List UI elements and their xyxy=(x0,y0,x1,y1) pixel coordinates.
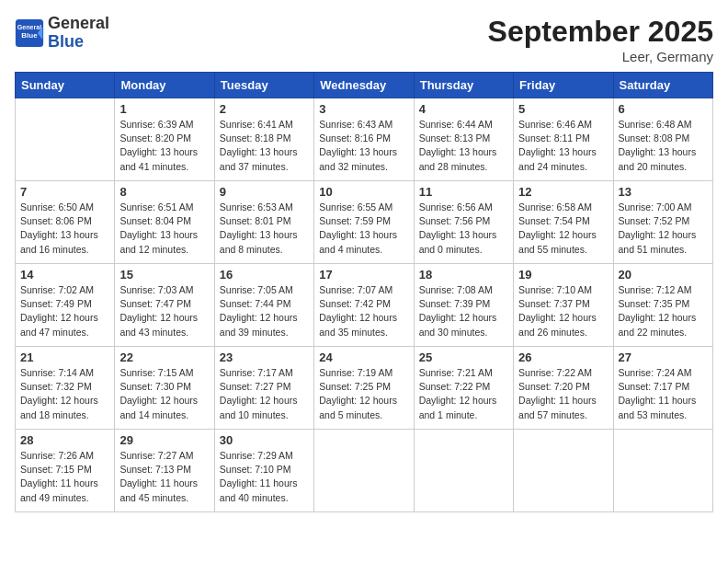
day-number: 25 xyxy=(419,350,508,364)
day-info: Sunrise: 7:17 AMSunset: 7:27 PMDaylight:… xyxy=(220,366,309,422)
calendar-header-row: SundayMondayTuesdayWednesdayThursdayFrid… xyxy=(16,73,713,98)
day-number: 2 xyxy=(220,102,309,116)
day-number: 21 xyxy=(20,350,109,364)
day-number: 16 xyxy=(220,268,309,282)
day-number: 13 xyxy=(619,185,708,199)
day-number: 28 xyxy=(20,433,109,447)
svg-text:Blue: Blue xyxy=(21,31,38,40)
day-number: 5 xyxy=(518,102,608,116)
calendar-cell: 5Sunrise: 6:46 AMSunset: 8:11 PMDaylight… xyxy=(514,98,613,181)
calendar-cell: 2Sunrise: 6:41 AMSunset: 8:18 PMDaylight… xyxy=(214,98,313,181)
calendar-cell: 17Sunrise: 7:07 AMSunset: 7:42 PMDayligh… xyxy=(314,264,414,347)
day-info: Sunrise: 6:50 AMSunset: 8:06 PMDaylight:… xyxy=(20,201,109,257)
day-number: 7 xyxy=(20,185,109,199)
calendar-cell: 3Sunrise: 6:43 AMSunset: 8:16 PMDaylight… xyxy=(314,98,414,181)
calendar-cell: 16Sunrise: 7:05 AMSunset: 7:44 PMDayligh… xyxy=(214,264,313,347)
logo: General Blue General Blue xyxy=(15,15,109,52)
day-info: Sunrise: 7:22 AMSunset: 7:20 PMDaylight:… xyxy=(518,366,608,422)
calendar-cell: 12Sunrise: 6:58 AMSunset: 7:54 PMDayligh… xyxy=(514,181,613,264)
calendar-week-3: 14Sunrise: 7:02 AMSunset: 7:49 PMDayligh… xyxy=(16,264,713,347)
day-info: Sunrise: 7:10 AMSunset: 7:37 PMDaylight:… xyxy=(518,283,608,339)
calendar-cell: 20Sunrise: 7:12 AMSunset: 7:35 PMDayligh… xyxy=(613,264,712,347)
day-number: 24 xyxy=(319,350,408,364)
calendar-cell: 25Sunrise: 7:21 AMSunset: 7:22 PMDayligh… xyxy=(414,347,513,430)
day-info: Sunrise: 7:05 AMSunset: 7:44 PMDaylight:… xyxy=(220,283,309,339)
day-info: Sunrise: 6:44 AMSunset: 8:13 PMDaylight:… xyxy=(419,118,508,174)
day-number: 22 xyxy=(119,350,209,364)
calendar-cell: 22Sunrise: 7:15 AMSunset: 7:30 PMDayligh… xyxy=(115,347,214,430)
day-number: 17 xyxy=(319,268,408,282)
day-info: Sunrise: 7:07 AMSunset: 7:42 PMDaylight:… xyxy=(319,283,408,339)
logo-text: General Blue xyxy=(48,15,109,52)
day-info: Sunrise: 6:51 AMSunset: 8:04 PMDaylight:… xyxy=(119,201,209,257)
day-number: 10 xyxy=(319,185,408,199)
calendar-week-2: 7Sunrise: 6:50 AMSunset: 8:06 PMDaylight… xyxy=(16,181,713,264)
calendar-week-5: 28Sunrise: 7:26 AMSunset: 7:15 PMDayligh… xyxy=(16,430,713,512)
calendar-week-4: 21Sunrise: 7:14 AMSunset: 7:32 PMDayligh… xyxy=(16,347,713,430)
calendar-cell: 27Sunrise: 7:24 AMSunset: 7:17 PMDayligh… xyxy=(613,347,712,430)
day-info: Sunrise: 6:56 AMSunset: 7:56 PMDaylight:… xyxy=(419,201,508,257)
day-number: 19 xyxy=(518,268,608,282)
day-info: Sunrise: 7:14 AMSunset: 7:32 PMDaylight:… xyxy=(20,366,109,422)
weekday-header-wednesday: Wednesday xyxy=(314,73,414,98)
day-number: 15 xyxy=(119,268,209,282)
day-info: Sunrise: 7:12 AMSunset: 7:35 PMDaylight:… xyxy=(619,283,708,339)
calendar-cell: 7Sunrise: 6:50 AMSunset: 8:06 PMDaylight… xyxy=(16,181,115,264)
day-number: 4 xyxy=(419,102,508,116)
day-info: Sunrise: 7:15 AMSunset: 7:30 PMDaylight:… xyxy=(119,366,209,422)
weekday-header-thursday: Thursday xyxy=(414,73,513,98)
day-info: Sunrise: 6:58 AMSunset: 7:54 PMDaylight:… xyxy=(518,201,608,257)
day-info: Sunrise: 6:43 AMSunset: 8:16 PMDaylight:… xyxy=(319,118,408,174)
day-info: Sunrise: 6:41 AMSunset: 8:18 PMDaylight:… xyxy=(220,118,309,174)
day-info: Sunrise: 7:24 AMSunset: 7:17 PMDaylight:… xyxy=(619,366,708,422)
day-number: 26 xyxy=(518,350,608,364)
weekday-header-tuesday: Tuesday xyxy=(214,73,313,98)
day-info: Sunrise: 7:03 AMSunset: 7:47 PMDaylight:… xyxy=(119,283,209,339)
day-info: Sunrise: 7:08 AMSunset: 7:39 PMDaylight:… xyxy=(419,283,508,339)
day-info: Sunrise: 6:48 AMSunset: 8:08 PMDaylight:… xyxy=(619,118,708,174)
day-number: 18 xyxy=(419,268,508,282)
calendar-cell xyxy=(514,430,613,512)
day-number: 30 xyxy=(220,433,309,447)
day-info: Sunrise: 7:02 AMSunset: 7:49 PMDaylight:… xyxy=(20,283,109,339)
calendar-cell: 18Sunrise: 7:08 AMSunset: 7:39 PMDayligh… xyxy=(414,264,513,347)
day-number: 11 xyxy=(419,185,508,199)
calendar-cell: 14Sunrise: 7:02 AMSunset: 7:49 PMDayligh… xyxy=(16,264,115,347)
month-year: September 2025 xyxy=(488,15,713,49)
day-number: 3 xyxy=(319,102,408,116)
calendar-cell: 29Sunrise: 7:27 AMSunset: 7:13 PMDayligh… xyxy=(115,430,214,512)
day-number: 1 xyxy=(119,102,209,116)
day-number: 23 xyxy=(220,350,309,364)
weekday-header-friday: Friday xyxy=(514,73,613,98)
calendar-cell: 30Sunrise: 7:29 AMSunset: 7:10 PMDayligh… xyxy=(214,430,313,512)
calendar-cell: 24Sunrise: 7:19 AMSunset: 7:25 PMDayligh… xyxy=(314,347,414,430)
svg-text:General: General xyxy=(17,23,42,30)
day-number: 14 xyxy=(20,268,109,282)
day-info: Sunrise: 7:19 AMSunset: 7:25 PMDaylight:… xyxy=(319,366,408,422)
day-info: Sunrise: 6:46 AMSunset: 8:11 PMDaylight:… xyxy=(518,118,608,174)
weekday-header-saturday: Saturday xyxy=(613,73,712,98)
calendar-cell: 8Sunrise: 6:51 AMSunset: 8:04 PMDaylight… xyxy=(115,181,214,264)
day-number: 27 xyxy=(619,350,708,364)
calendar-cell: 19Sunrise: 7:10 AMSunset: 7:37 PMDayligh… xyxy=(514,264,613,347)
calendar-cell: 23Sunrise: 7:17 AMSunset: 7:27 PMDayligh… xyxy=(214,347,313,430)
day-number: 9 xyxy=(220,185,309,199)
day-info: Sunrise: 7:27 AMSunset: 7:13 PMDaylight:… xyxy=(119,449,209,505)
calendar-table: SundayMondayTuesdayWednesdayThursdayFrid… xyxy=(15,72,713,512)
calendar-week-1: 1Sunrise: 6:39 AMSunset: 8:20 PMDaylight… xyxy=(16,98,713,181)
page-header: General Blue General Blue September 2025… xyxy=(15,15,713,64)
location: Leer, Germany xyxy=(488,49,713,64)
month-title: September 2025 Leer, Germany xyxy=(488,15,713,64)
day-info: Sunrise: 7:00 AMSunset: 7:52 PMDaylight:… xyxy=(619,201,708,257)
day-number: 29 xyxy=(119,433,209,447)
calendar-cell: 11Sunrise: 6:56 AMSunset: 7:56 PMDayligh… xyxy=(414,181,513,264)
calendar-cell xyxy=(16,98,115,181)
calendar-cell: 1Sunrise: 6:39 AMSunset: 8:20 PMDaylight… xyxy=(115,98,214,181)
day-info: Sunrise: 6:55 AMSunset: 7:59 PMDaylight:… xyxy=(319,201,408,257)
calendar-cell: 6Sunrise: 6:48 AMSunset: 8:08 PMDaylight… xyxy=(613,98,712,181)
day-number: 6 xyxy=(619,102,708,116)
weekday-header-monday: Monday xyxy=(115,73,214,98)
logo-icon: General Blue xyxy=(15,18,44,48)
calendar-cell: 15Sunrise: 7:03 AMSunset: 7:47 PMDayligh… xyxy=(115,264,214,347)
day-number: 20 xyxy=(619,268,708,282)
